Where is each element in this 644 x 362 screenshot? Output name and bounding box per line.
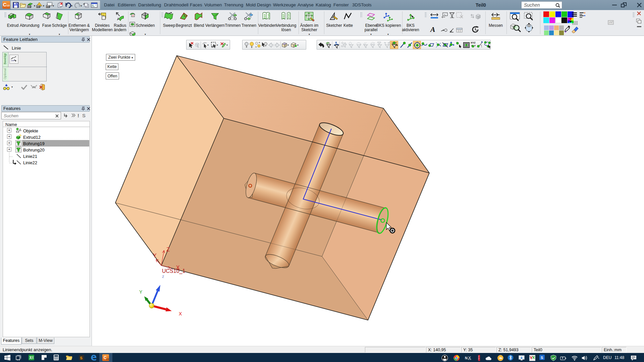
svg-text:Y: Y [153, 253, 157, 258]
svg-text:文: 文 [29, 356, 32, 359]
svg-text:MM: MM [37, 6, 40, 8]
svg-text:S: S [541, 356, 543, 360]
svg-text:N: N [465, 356, 468, 360]
svg-text:XYZ: XYZ [471, 41, 476, 44]
svg-text:Z: Z [166, 247, 170, 252]
svg-text:MM: MM [28, 6, 31, 8]
svg-text:13: 13 [106, 358, 109, 360]
svg-text:S: S [80, 356, 83, 360]
svg-text:X: X [179, 311, 182, 316]
svg-text:z: z [162, 274, 164, 279]
svg-text:UCS10_1: UCS10_1 [162, 268, 185, 274]
svg-text:MM: MM [47, 6, 50, 8]
svg-text:Y: Y [139, 289, 143, 295]
